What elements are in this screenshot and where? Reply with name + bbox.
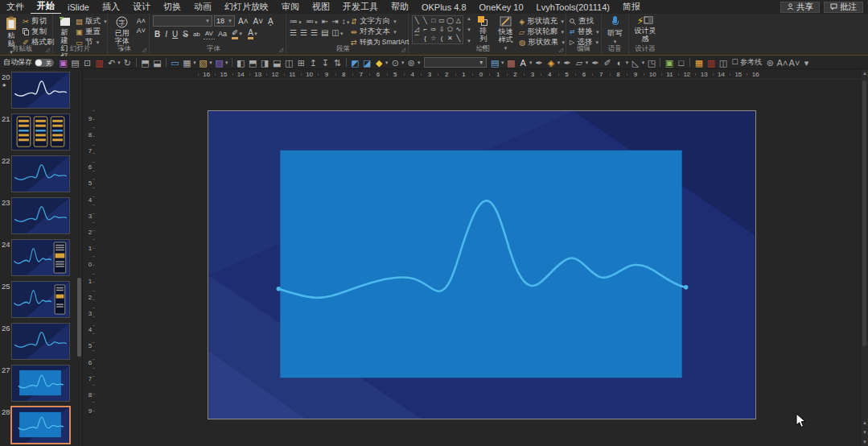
text-direction-button[interactable]: ⇵文字方向▼: [351, 17, 407, 26]
justify-button[interactable]: ▤: [321, 28, 328, 37]
align-bottom[interactable]: ↧: [319, 56, 331, 69]
reset-button[interactable]: ▣重置: [76, 27, 108, 36]
text-shadow-button[interactable]: ab: [191, 28, 202, 39]
font-color-button[interactable]: A▼: [246, 28, 260, 39]
shape-glyph[interactable]: (: [441, 35, 443, 42]
insert-picture[interactable]: ▦ ▼: [181, 56, 197, 69]
increase-font-button[interactable]: A˄: [237, 15, 250, 27]
save[interactable]: ▣: [57, 56, 69, 69]
align-center[interactable]: ⬓: [271, 56, 283, 69]
thumbnail-slide-28-selected[interactable]: 28: [0, 407, 82, 446]
line-spacing-button[interactable]: ↕▼: [342, 17, 351, 26]
menu-tab[interactable]: 切换: [157, 0, 187, 14]
italic-button[interactable]: I: [163, 28, 169, 39]
replace-button[interactable]: ⇄替换▼: [570, 27, 600, 36]
align-text-button[interactable]: ⇹对齐文本▼: [351, 27, 407, 36]
highlight-color-button[interactable]: ✐▼: [230, 28, 245, 39]
separator[interactable]: [687, 56, 693, 69]
shrink-font-button[interactable]: A˅: [137, 27, 146, 35]
swap-position[interactable]: ⇅: [331, 56, 343, 69]
comments-button[interactable]: 批注: [824, 2, 863, 13]
thumbnail-slide-26[interactable]: 26: [0, 323, 82, 365]
insert-shape[interactable]: ▧ ▼: [197, 56, 213, 69]
slide-editing-surface[interactable]: [208, 110, 756, 419]
align-right-button[interactable]: ☰: [311, 28, 318, 37]
shape-glyph[interactable]: {: [424, 35, 426, 42]
font-size-combo[interactable]: 18▼: [214, 15, 235, 27]
qat-overflow[interactable]: ▾: [800, 56, 812, 69]
cut-button[interactable]: ✂剪切: [23, 17, 54, 26]
decrease-font[interactable]: A˅: [788, 56, 800, 69]
align-left[interactable]: ◨: [259, 56, 271, 69]
previous-slide-icon[interactable]: ▲: [862, 420, 868, 425]
increase-font[interactable]: A˄: [776, 56, 788, 69]
shape-outline-button[interactable]: ▱形状轮廓▼: [519, 27, 562, 36]
shape-glyph[interactable]: □: [431, 18, 435, 24]
redo[interactable]: ↻: [121, 56, 134, 69]
blue-panel-shape[interactable]: [280, 151, 681, 378]
thumbnail-slide-24[interactable]: 24: [0, 239, 82, 281]
curve-endpoint-right[interactable]: [684, 285, 689, 290]
scroll-down-icon[interactable]: ▼: [862, 440, 868, 444]
shape-glyph[interactable]: ◿: [414, 27, 419, 33]
brush[interactable]: ✐: [601, 56, 613, 69]
grow-font-button[interactable]: A˄: [137, 17, 146, 25]
screenshot[interactable]: ▩: [505, 56, 517, 69]
export-pdf[interactable]: ▥: [93, 56, 105, 69]
font-color[interactable]: A ▼: [517, 56, 533, 69]
shapes-gallery[interactable]: ╲ ╲ □ ▭ ◯ △ ◿ ⌐ ⇨ ⇩ ⬠ ∿: [412, 15, 463, 44]
clipboard-dialog-launcher[interactable]: ◿: [46, 47, 50, 53]
underline-button[interactable]: U: [171, 28, 179, 39]
shape-glyph[interactable]: ⬠: [447, 27, 453, 33]
thumbnail-scrollbar[interactable]: [77, 278, 81, 357]
eyedropper-text[interactable]: ✒: [533, 56, 545, 69]
bullets-button[interactable]: ≔▼: [290, 17, 302, 26]
thumbnail-slide-21[interactable]: 21: [0, 114, 82, 155]
copy-button[interactable]: 复制: [23, 27, 54, 36]
shape-glyph[interactable]: ⇩: [439, 27, 445, 33]
shape-glyph[interactable]: ✕: [447, 35, 453, 42]
separator[interactable]: [229, 56, 235, 69]
separator[interactable]: [657, 56, 663, 69]
thumbnail-slide-27[interactable]: 27: [0, 365, 82, 407]
slideshow-from-beginning[interactable]: ⬒: [139, 56, 151, 69]
zoom-to-selection[interactable]: ◪: [361, 56, 373, 69]
shape-fill[interactable]: ◈ ▼: [545, 56, 562, 69]
separator[interactable]: [163, 56, 169, 69]
used-font-dialog-launcher[interactable]: ◿: [142, 47, 146, 53]
shape-glyph[interactable]: △: [456, 18, 461, 24]
separator[interactable]: [343, 56, 349, 69]
guides-checkbox[interactable]: ☐ 参考线: [729, 56, 764, 69]
menu-tab[interactable]: 帮助: [385, 0, 415, 14]
crop[interactable]: ◳: [645, 56, 657, 69]
font-name-combo[interactable]: ▼: [153, 15, 212, 27]
align-left-button[interactable]: ☰: [290, 28, 297, 37]
shape-glyph[interactable]: ◯: [446, 18, 454, 24]
menu-tab[interactable]: OKPlus 4.8: [415, 2, 473, 13]
menu-tab[interactable]: LvyhTools(201114): [530, 2, 616, 13]
slideshow-from-current[interactable]: ⬓: [151, 56, 163, 69]
shape-glyph[interactable]: ▭: [438, 18, 445, 24]
increase-indent-button[interactable]: ⇥: [331, 17, 338, 26]
selection-pane[interactable]: ◩: [349, 56, 361, 69]
picture-styles[interactable]: ▤ ▼: [489, 56, 505, 69]
shape-glyph[interactable]: ☆: [430, 35, 436, 42]
fill-color-swatch[interactable]: ▣: [663, 56, 675, 69]
menu-tab[interactable]: 开发工具: [336, 0, 385, 14]
clear-formatting-button[interactable]: Ḁ: [266, 15, 275, 27]
align-right[interactable]: ◫: [283, 56, 295, 69]
theme-colors[interactable]: ▨ ▼: [213, 56, 229, 69]
merge-shapes[interactable]: ⊙ ▼: [389, 56, 405, 69]
menu-tab[interactable]: 幻灯片放映: [218, 0, 275, 14]
shape-fill-button[interactable]: ◈形状填充▼: [519, 17, 562, 26]
toggle-pill[interactable]: 关: [35, 59, 54, 67]
character-spacing-button[interactable]: AV: [204, 28, 215, 39]
thumbnail-slide-22[interactable]: 22: [0, 155, 82, 197]
bold-button[interactable]: B: [153, 28, 162, 39]
canvas-scrollbar[interactable]: ▲ ▲ ▼ ▼: [862, 69, 868, 446]
thumbnail-slide-25[interactable]: 25: [0, 281, 82, 323]
distribute[interactable]: ⊞: [295, 56, 307, 69]
find-button[interactable]: 查找: [570, 17, 600, 26]
eyedropper-outline[interactable]: ✒: [589, 56, 601, 69]
align-top[interactable]: ↥: [307, 56, 319, 69]
